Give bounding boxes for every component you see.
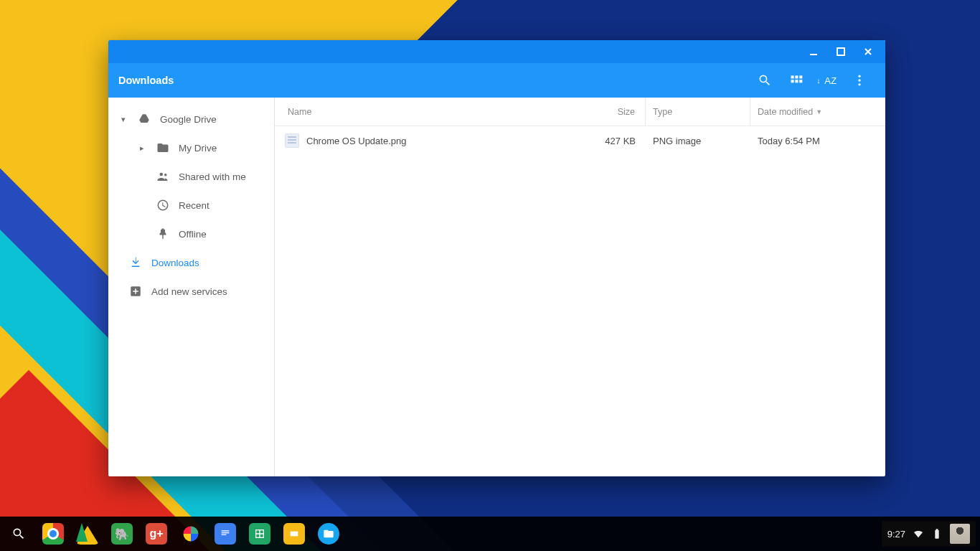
svg-rect-12 xyxy=(222,530,230,531)
folder-icon xyxy=(156,141,170,155)
column-name[interactable]: Name xyxy=(283,107,565,117)
sidebar-item-label: Offline xyxy=(179,229,207,240)
sidebar-item-add-services[interactable]: Add new services xyxy=(108,277,274,306)
view-toggle-button[interactable] xyxy=(781,65,812,96)
app-google-plus[interactable]: g+ xyxy=(142,519,171,548)
file-row[interactable]: Chrome OS Update.png 427 KB PNG image To… xyxy=(275,126,885,155)
files-window: Downloads AZ ▾ Googl xyxy=(108,40,885,476)
evernote-icon: 🐘 xyxy=(111,523,133,545)
app-drive[interactable] xyxy=(73,519,102,548)
sidebar-item-google-drive[interactable]: ▾ Google Drive xyxy=(108,105,274,133)
wifi-icon xyxy=(913,528,924,540)
svg-rect-14 xyxy=(222,534,227,535)
column-date[interactable]: Date modified ▼ xyxy=(750,107,877,117)
close-button[interactable] xyxy=(855,42,881,62)
svg-rect-1 xyxy=(791,75,794,78)
svg-rect-13 xyxy=(222,532,230,533)
more-menu-button[interactable] xyxy=(844,65,875,96)
chevron-right-icon[interactable]: ▸ xyxy=(137,143,147,153)
sort-desc-icon: ▼ xyxy=(816,108,822,116)
launcher-button[interactable] xyxy=(4,519,33,548)
clock-icon xyxy=(156,198,170,212)
chrome-icon xyxy=(42,523,64,545)
column-size[interactable]: Size xyxy=(565,98,646,126)
photos-icon xyxy=(180,523,202,545)
sheets-icon xyxy=(249,523,270,545)
sidebar-item-label: Recent xyxy=(179,200,209,211)
clock: 9:27 xyxy=(887,529,905,540)
user-avatar[interactable] xyxy=(950,524,970,544)
download-icon xyxy=(128,255,143,270)
svg-point-10 xyxy=(160,173,164,176)
sidebar-item-recent[interactable]: Recent xyxy=(108,191,274,220)
sidebar-item-offline[interactable]: Offline xyxy=(108,220,274,248)
slides-icon xyxy=(283,523,305,545)
sidebar-item-downloads[interactable]: Downloads xyxy=(108,248,274,277)
people-icon xyxy=(156,169,170,184)
file-thumbnail xyxy=(285,133,299,148)
svg-rect-3 xyxy=(799,75,802,78)
column-headers: Name Size Type Date modified ▼ xyxy=(275,98,885,126)
window-titlebar[interactable] xyxy=(108,40,885,63)
files-icon xyxy=(318,523,339,545)
pin-icon xyxy=(156,227,170,241)
file-size: 427 KB xyxy=(565,136,646,146)
add-box-icon xyxy=(128,284,143,298)
file-list: Name Size Type Date modified ▼ Chrome OS… xyxy=(275,98,885,476)
docs-icon xyxy=(215,523,236,545)
google-plus-icon: g+ xyxy=(146,523,167,545)
column-date-label: Date modified xyxy=(758,107,813,117)
maximize-button[interactable] xyxy=(828,42,854,62)
sidebar-item-label: Google Drive xyxy=(160,114,217,125)
app-slides[interactable] xyxy=(280,519,308,548)
svg-point-9 xyxy=(858,83,860,85)
svg-point-7 xyxy=(858,75,860,77)
svg-point-11 xyxy=(164,174,167,176)
app-files[interactable] xyxy=(314,519,343,548)
sidebar-item-label: My Drive xyxy=(179,143,217,154)
app-docs[interactable] xyxy=(211,519,240,548)
app-photos[interactable] xyxy=(176,519,205,548)
search-button[interactable] xyxy=(749,65,781,96)
status-tray[interactable]: 9:27 xyxy=(882,521,976,547)
drive-icon xyxy=(137,112,151,126)
desktop: Downloads AZ ▾ Googl xyxy=(0,0,980,551)
sidebar-item-shared[interactable]: Shared with me xyxy=(108,162,274,191)
svg-rect-16 xyxy=(291,532,298,537)
svg-rect-0 xyxy=(837,48,844,55)
shelf: 🐘 g+ 9:27 xyxy=(0,517,980,551)
svg-point-8 xyxy=(858,79,860,81)
battery-icon xyxy=(931,528,943,540)
file-type: PNG image xyxy=(646,136,750,146)
drive-icon xyxy=(76,523,99,545)
sort-label: AZ xyxy=(819,75,837,86)
file-date: Today 6:54 PM xyxy=(750,136,877,146)
sidebar-item-my-drive[interactable]: ▸ My Drive xyxy=(108,133,274,162)
sidebar-item-label: Downloads xyxy=(151,258,199,268)
svg-rect-4 xyxy=(791,80,794,83)
minimize-button[interactable] xyxy=(801,42,826,62)
svg-rect-2 xyxy=(795,75,798,78)
location-title: Downloads xyxy=(118,75,174,86)
sidebar-item-label: Add new services xyxy=(151,286,227,297)
chevron-down-icon[interactable]: ▾ xyxy=(118,115,128,124)
sort-button[interactable]: AZ xyxy=(812,65,844,96)
column-type[interactable]: Type xyxy=(646,98,750,126)
sidebar-item-label: Shared with me xyxy=(179,171,246,182)
app-sheets[interactable] xyxy=(245,519,274,548)
svg-rect-5 xyxy=(795,80,798,83)
file-name: Chrome OS Update.png xyxy=(306,136,565,146)
app-chrome[interactable] xyxy=(39,519,67,548)
sidebar: ▾ Google Drive ▸ My Drive xyxy=(108,98,275,476)
svg-rect-6 xyxy=(799,80,802,83)
toolbar: Downloads AZ xyxy=(108,63,885,98)
app-evernote[interactable]: 🐘 xyxy=(108,519,136,548)
